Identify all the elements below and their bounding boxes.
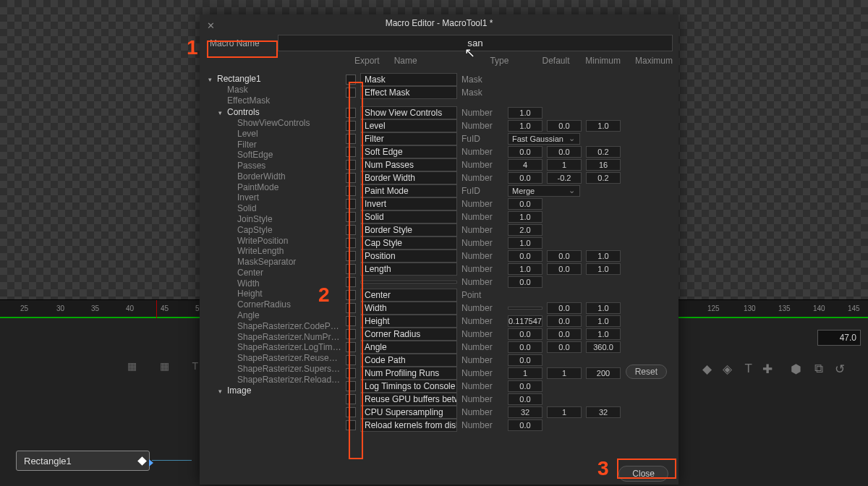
- tree-item[interactable]: Filter: [208, 139, 341, 150]
- timecode-readout[interactable]: 47.0: [817, 330, 861, 346]
- tree-item[interactable]: SoftEdge: [208, 150, 341, 161]
- tree-item[interactable]: Center: [208, 268, 341, 278]
- param-name[interactable]: Reload kernels from disk: [360, 419, 457, 432]
- param-min[interactable]: -0.2: [547, 172, 582, 184]
- param-name[interactable]: Border Width: [360, 171, 457, 184]
- param-default[interactable]: 0.0: [508, 146, 542, 158]
- tool-icon[interactable]: ⧉: [814, 362, 823, 376]
- param-default[interactable]: 0.0: [508, 380, 542, 392]
- tree-panel[interactable]: Rectangle1MaskEffectMaskControlsShowView…: [200, 69, 344, 474]
- param-max[interactable]: 1.0: [586, 120, 621, 132]
- param-name[interactable]: Solid: [360, 210, 457, 223]
- tree-item[interactable]: Solid: [208, 203, 341, 214]
- param-select[interactable]: Merge: [508, 185, 580, 197]
- tree-item[interactable]: Invert: [208, 192, 341, 203]
- reset-button[interactable]: Reset: [626, 364, 667, 379]
- param-name[interactable]: Effect Mask: [360, 86, 457, 99]
- param-max[interactable]: 1.0: [586, 302, 621, 314]
- param-name[interactable]: Invert: [360, 197, 457, 210]
- param-default[interactable]: 2.0: [508, 224, 542, 236]
- tool-icon[interactable]: ◆: [702, 362, 712, 377]
- param-name[interactable]: Center: [360, 289, 457, 302]
- param-max[interactable]: 200: [586, 367, 621, 379]
- param-default[interactable]: 32: [508, 406, 542, 418]
- param-name[interactable]: Code Path: [360, 354, 457, 367]
- tool-icon[interactable]: ⬢: [791, 362, 801, 377]
- param-default[interactable]: 1.0: [508, 107, 542, 119]
- tool-icon[interactable]: T: [745, 362, 752, 376]
- tree-item[interactable]: WriteLength: [208, 246, 341, 257]
- tree-item[interactable]: JoinStyle: [208, 214, 341, 225]
- macro-name-input[interactable]: [278, 35, 673, 51]
- close-icon[interactable]: ✕: [207, 17, 215, 35]
- tree-item[interactable]: Level: [208, 128, 341, 139]
- param-name[interactable]: Position: [360, 250, 457, 263]
- tree-item[interactable]: ShapeRasterizer.ReuseBuffe: [208, 353, 341, 364]
- param-name[interactable]: CPU Supersampling: [360, 406, 457, 419]
- tree-item[interactable]: EffectMask: [208, 95, 341, 106]
- param-default[interactable]: 0.0: [508, 419, 542, 431]
- tree-item[interactable]: PaintMode: [208, 182, 341, 192]
- param-default[interactable]: 0.0: [508, 172, 542, 184]
- param-min[interactable]: 1: [547, 367, 582, 379]
- param-max[interactable]: 1.0: [586, 315, 621, 327]
- param-max[interactable]: 32: [586, 406, 621, 418]
- node-rectangle1[interactable]: Rectangle1: [16, 451, 150, 471]
- tree-item[interactable]: WritePosition: [208, 235, 341, 246]
- param-max[interactable]: 1.0: [586, 263, 621, 275]
- param-name[interactable]: Border Style: [360, 223, 457, 236]
- param-name[interactable]: Length: [360, 263, 457, 276]
- param-min[interactable]: 0.0: [547, 120, 582, 132]
- param-name[interactable]: Paint Mode: [360, 184, 457, 197]
- param-default[interactable]: 1.0: [508, 237, 542, 249]
- tree-item[interactable]: BorderWidth: [208, 171, 341, 182]
- param-name[interactable]: Reuse GPU buffers betwe: [360, 393, 457, 406]
- param-name[interactable]: [360, 281, 457, 284]
- param-name[interactable]: Width: [360, 302, 457, 315]
- param-default[interactable]: 1.0: [508, 120, 542, 132]
- viewer-mode-icons[interactable]: ▦ ▦ T: [127, 360, 208, 372]
- param-max[interactable]: 0.2: [586, 172, 621, 184]
- param-min[interactable]: 0.0: [547, 341, 582, 353]
- param-default[interactable]: 0.0: [508, 328, 542, 340]
- param-min[interactable]: 0.0: [547, 315, 582, 327]
- param-min[interactable]: 0.0: [547, 146, 582, 158]
- node-port-icon[interactable]: [137, 456, 147, 466]
- tree-item[interactable]: ShapeRasterizer.Supersamp: [208, 364, 341, 375]
- tree-item[interactable]: ShowViewControls: [208, 118, 341, 129]
- param-name[interactable]: Soft Edge: [360, 145, 457, 158]
- tool-icon[interactable]: ◈: [723, 362, 732, 377]
- tree-item[interactable]: Rectangle1: [208, 73, 341, 85]
- tree-item[interactable]: CapStyle: [208, 224, 341, 235]
- tool-icon[interactable]: ✚: [762, 362, 773, 377]
- tree-item[interactable]: ShapeRasterizer.ReloadKern: [208, 374, 341, 385]
- tool-icon[interactable]: ↺: [835, 362, 845, 377]
- param-default[interactable]: 0.0: [508, 198, 542, 210]
- tree-item[interactable]: Mask: [208, 85, 341, 95]
- param-name[interactable]: Num Profiling Runs: [360, 367, 457, 380]
- param-min[interactable]: 0.0: [547, 263, 582, 275]
- param-name[interactable]: Num Passes: [360, 158, 457, 171]
- param-max[interactable]: 1.0: [586, 328, 621, 340]
- param-name[interactable]: Filter: [360, 132, 457, 145]
- tree-item[interactable]: Controls: [208, 106, 341, 118]
- param-default[interactable]: [508, 307, 542, 310]
- param-min[interactable]: 0.0: [547, 250, 582, 262]
- param-default[interactable]: 1.0: [508, 263, 542, 275]
- param-name[interactable]: Angle: [360, 341, 457, 354]
- param-default[interactable]: 0.0: [508, 354, 542, 366]
- param-name[interactable]: Show View Controls: [360, 106, 457, 119]
- param-max[interactable]: 16: [586, 159, 621, 171]
- param-name[interactable]: Corner Radius: [360, 328, 457, 341]
- param-name[interactable]: Log Timings to Console (c: [360, 380, 457, 393]
- param-default[interactable]: 0.0: [508, 250, 542, 262]
- param-min[interactable]: 0.0: [547, 302, 582, 314]
- tree-item[interactable]: ShapeRasterizer.CodePath: [208, 320, 341, 331]
- tree-item[interactable]: Image: [208, 385, 341, 396]
- param-default[interactable]: 0.117547: [508, 315, 542, 327]
- param-max[interactable]: 360.0: [586, 341, 621, 353]
- param-name[interactable]: Cap Style: [360, 236, 457, 250]
- param-name[interactable]: Height: [360, 315, 457, 328]
- param-default[interactable]: 1: [508, 367, 542, 379]
- param-min[interactable]: 0.0: [547, 328, 582, 340]
